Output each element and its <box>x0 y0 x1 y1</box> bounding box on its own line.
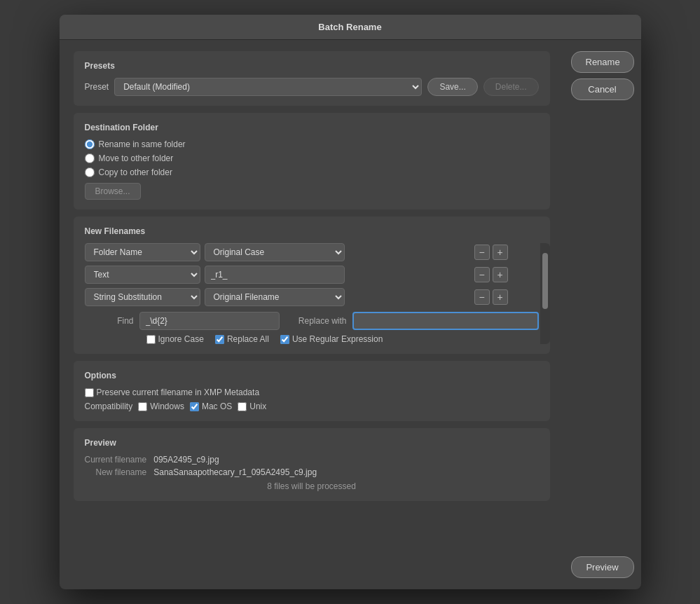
filename-case-select-1[interactable]: Original Case Uppercase Lowercase <box>205 243 345 261</box>
plus-button-3[interactable]: + <box>493 289 508 305</box>
radio-move-other-input[interactable] <box>85 153 95 163</box>
filename-type-select-3[interactable]: Folder Name Original Filename Sequence D… <box>85 288 200 306</box>
scrollbar[interactable] <box>540 243 550 344</box>
batch-rename-dialog: Batch Rename Presets Preset Default (Mod… <box>60 15 641 589</box>
ignore-case-checkbox[interactable] <box>146 335 156 344</box>
use-regex-label: Use Regular Expression <box>292 334 383 344</box>
destination-radio-group: Rename in same folder Move to other fold… <box>85 139 539 177</box>
replace-input[interactable] <box>352 312 539 330</box>
new-filename-label: New filename <box>85 467 147 477</box>
replace-all-checkbox[interactable] <box>215 335 224 344</box>
row-3-controls: − + <box>474 289 550 305</box>
find-replace-area: Find Replace with Ignore Case <box>85 312 550 344</box>
options-title: Options <box>85 371 539 380</box>
dialog-title: Batch Rename <box>318 22 381 32</box>
use-regex-checkbox[interactable] <box>280 335 289 344</box>
minus-button-3[interactable]: − <box>474 289 490 305</box>
rename-button[interactable]: Rename <box>571 51 634 73</box>
radio-copy-other: Copy to other folder <box>85 167 539 177</box>
radio-copy-other-label: Copy to other folder <box>99 167 172 177</box>
preserve-xmp-checkbox[interactable] <box>85 388 94 397</box>
destination-section: Destination Folder Rename in same folder… <box>74 113 550 210</box>
current-filename-label: Current filename <box>85 455 147 465</box>
use-regex-item: Use Regular Expression <box>280 334 383 344</box>
cancel-button[interactable]: Cancel <box>571 78 634 100</box>
filename-row-1: Folder Name Original Filename Sequence D… <box>85 243 550 261</box>
radio-copy-other-input[interactable] <box>85 167 95 177</box>
filename-type-select-2[interactable]: Folder Name Original Filename Sequence D… <box>85 266 200 284</box>
radio-move-other-label: Move to other folder <box>99 153 174 163</box>
browse-button: Browse... <box>85 183 141 200</box>
filename-rows-wrapper: Folder Name Original Filename Sequence D… <box>85 243 550 344</box>
preview-button[interactable]: Preview <box>571 556 634 578</box>
minus-button-2[interactable]: − <box>474 267 490 282</box>
unix-item: Unix <box>238 401 266 411</box>
new-filenames-section: New Filenames Folder Name Original Filen… <box>74 217 550 354</box>
ignore-case-item: Ignore Case <box>146 334 204 344</box>
presets-title: Presets <box>85 61 539 71</box>
side-panel: Rename Cancel Preview <box>564 40 641 589</box>
compatibility-row: Compatibility Windows Mac OS Unix <box>85 401 539 411</box>
title-bar: Batch Rename <box>60 15 641 40</box>
new-filename-value: SanaSanaapothecary_r1_095A2495_c9.jpg <box>153 467 538 477</box>
preview-title: Preview <box>85 438 539 448</box>
find-row: Find Replace with <box>85 312 539 330</box>
unix-checkbox[interactable] <box>238 402 247 411</box>
find-label: Find <box>85 316 134 326</box>
windows-item: Windows <box>138 401 184 411</box>
files-processed: 8 files will be processed <box>85 481 539 491</box>
replace-all-item: Replace All <box>215 334 269 344</box>
main-panel: Presets Preset Default (Modified) Save..… <box>60 40 564 589</box>
radio-move-other: Move to other folder <box>85 153 539 163</box>
filename-subtype-select-3[interactable]: Original Filename Uppercase Lowercase <box>205 288 345 306</box>
windows-label: Windows <box>150 401 184 411</box>
row-1-controls: − + <box>474 245 550 260</box>
macos-label: Mac OS <box>202 401 232 411</box>
windows-checkbox[interactable] <box>138 402 147 411</box>
current-filename-value: 095A2495_c9.jpg <box>153 455 538 465</box>
plus-button-1[interactable]: + <box>493 245 508 260</box>
row-2-controls: − + <box>474 267 550 282</box>
filename-type-select-1[interactable]: Folder Name Original Filename Sequence D… <box>85 243 200 261</box>
filename-row-3: Folder Name Original Filename Sequence D… <box>85 288 550 306</box>
filename-row-2: Folder Name Original Filename Sequence D… <box>85 266 550 284</box>
preview-grid: Current filename 095A2495_c9.jpg New fil… <box>85 455 539 477</box>
filename-text-input-2[interactable] <box>205 266 345 284</box>
radio-rename-same: Rename in same folder <box>85 139 539 149</box>
replace-all-label: Replace All <box>227 334 269 344</box>
radio-rename-same-label: Rename in same folder <box>99 139 186 149</box>
options-section: Options Preserve current filename in XMP… <box>74 361 550 421</box>
presets-section: Presets Preset Default (Modified) Save..… <box>74 51 550 106</box>
minus-button-1[interactable]: − <box>474 245 490 260</box>
new-filenames-title: New Filenames <box>85 226 550 236</box>
unix-label: Unix <box>249 401 266 411</box>
preview-section: Preview Current filename 095A2495_c9.jpg… <box>74 428 550 501</box>
preserve-xmp-label: Preserve current filename in XMP Metadat… <box>97 387 260 397</box>
ignore-case-label: Ignore Case <box>158 334 204 344</box>
plus-button-2[interactable]: + <box>493 267 508 282</box>
content-area: Presets Preset Default (Modified) Save..… <box>60 40 641 589</box>
compatibility-label: Compatibility <box>85 401 133 411</box>
destination-title: Destination Folder <box>85 123 539 132</box>
checkbox-row: Ignore Case Replace All Use Regular Expr… <box>85 334 539 344</box>
preset-select[interactable]: Default (Modified) <box>114 78 422 96</box>
save-button[interactable]: Save... <box>427 78 477 96</box>
radio-rename-same-input[interactable] <box>85 139 95 149</box>
scrollbar-thumb <box>542 253 548 309</box>
macos-item: Mac OS <box>190 401 232 411</box>
macos-checkbox[interactable] <box>190 402 199 411</box>
preserve-xmp-item: Preserve current filename in XMP Metadat… <box>85 387 539 397</box>
find-input[interactable] <box>139 312 280 330</box>
preset-row: Preset Default (Modified) Save... Delete… <box>85 78 539 96</box>
preset-label: Preset <box>85 82 109 92</box>
replace-label: Replace with <box>291 316 347 326</box>
delete-button: Delete... <box>483 78 539 96</box>
